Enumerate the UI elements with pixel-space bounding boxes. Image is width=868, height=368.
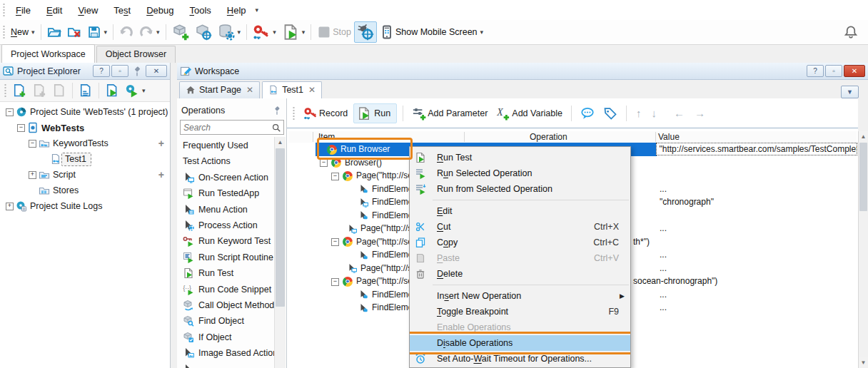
operation-item-run-code-snippet[interactable]: {··}Run Code Snippet — [183, 282, 275, 297]
value-cell[interactable]: "chronograph" — [660, 195, 714, 209]
add-label-button[interactable] — [600, 104, 620, 123]
operation-item-run-testedapp[interactable]: Run TestedApp — [183, 185, 275, 201]
close-tab-icon[interactable]: ✕ — [308, 85, 316, 95]
operation-item-find-object[interactable]: Find Object — [183, 313, 275, 329]
menu-item-copy[interactable]: CopyCtrl+C — [410, 235, 630, 250]
operation-item-call-object-method[interactable]: Call Object Method — [183, 297, 275, 313]
undo-button[interactable] — [116, 23, 136, 41]
operation-item-run-test[interactable]: Run Test — [183, 265, 275, 281]
run-project-suite-button[interactable]: ▾ — [122, 81, 148, 100]
operation-item-image-based-action[interactable]: Image Based Action — [183, 345, 275, 361]
add-comment-button[interactable] — [577, 104, 597, 123]
menu-item-delete[interactable]: Delete — [410, 266, 630, 282]
operations-scrollbar[interactable]: ▲ — [274, 137, 286, 368]
debug-mode-toggle[interactable] — [354, 21, 377, 43]
menu-test[interactable]: Test — [106, 5, 138, 16]
add-existing-project-button[interactable] — [29, 81, 49, 100]
add-new-item-button[interactable] — [169, 21, 192, 43]
save-button[interactable]: ▾ — [84, 23, 111, 41]
add-parameter-button[interactable]: Add Parameter — [409, 104, 490, 123]
doc-tab-start-page[interactable]: Start Page✕ — [179, 81, 260, 98]
run-button[interactable]: Run — [353, 103, 397, 123]
tree-node-test1[interactable]: Test1 — [0, 151, 170, 167]
menu-tools[interactable]: Tools — [182, 5, 219, 16]
workspace-restore-button[interactable]: ▫ — [825, 65, 842, 77]
editor-scroll-up-icon[interactable]: ▲ — [859, 131, 868, 142]
row-expander-icon[interactable]: − — [331, 278, 339, 286]
menu-item-edit[interactable]: Edit — [410, 203, 630, 219]
tree-expander-icon[interactable]: + — [6, 203, 14, 210]
pin-icon[interactable] — [131, 66, 143, 77]
menu-item-set-auto-wait-timeout-for-operations-[interactable]: Set Auto-Wait Timeout for Operations... — [410, 351, 630, 367]
help-button[interactable]: ? — [93, 65, 110, 77]
record-test-button[interactable]: ▾ — [250, 21, 279, 43]
item-cell[interactable]: Browser() — [345, 156, 382, 170]
value-cell[interactable]: "http://services.smartbear.com/samples/T… — [656, 143, 857, 155]
scroll-up-icon[interactable]: ▲ — [275, 137, 286, 148]
item-cell[interactable]: Page("http://se — [356, 169, 413, 183]
column-header-value[interactable]: Value — [658, 132, 680, 142]
tab-list-dropdown-button[interactable]: ▼ — [841, 86, 859, 98]
search-icon[interactable] — [271, 123, 281, 133]
value-cell[interactable]: ... — [660, 222, 667, 235]
value-cell[interactable]: ... — [660, 183, 667, 196]
menu-view[interactable]: View — [70, 5, 106, 16]
show-mobile-screen-button[interactable]: Show Mobile Screen▾ — [377, 23, 486, 41]
menu-item-run-selected-operation[interactable]: Run Selected Operation — [410, 165, 630, 181]
operations-scroll-thumb[interactable] — [276, 148, 285, 307]
add-item-plus-button[interactable]: + — [158, 138, 164, 149]
tab-project-workspace[interactable]: Project Workspace — [1, 44, 95, 63]
menu-item-run-from-selected-operation[interactable]: Run from Selected Operation — [410, 181, 630, 197]
menu-item-enable-operations[interactable]: Enable Operations — [410, 320, 630, 335]
menu-item-run-test[interactable]: Run Test — [410, 150, 630, 165]
item-cell[interactable]: Run Browser — [340, 143, 390, 156]
tree-node-stores[interactable]: Stores — [0, 183, 170, 198]
object-spy-button[interactable] — [192, 21, 215, 43]
operation-item-run-keyword-test[interactable]: Run Keyword Test — [183, 233, 275, 249]
operations-pin-icon[interactable] — [272, 106, 282, 116]
notifications-bell-icon[interactable] — [844, 25, 858, 39]
outdent-button[interactable]: ← — [670, 107, 688, 119]
toolbar-grip[interactable] — [2, 3, 6, 17]
editor-scrollbar[interactable]: ▲ ▼ — [858, 131, 868, 368]
operations-search-input[interactable] — [181, 121, 271, 134]
operation-item-partial[interactable] — [183, 362, 275, 368]
move-up-button[interactable]: ↑ — [632, 107, 645, 119]
move-down-button[interactable]: ↓ — [647, 107, 660, 119]
add-variable-button[interactable]: X Add Variable — [493, 104, 565, 123]
menu-file[interactable]: File — [8, 5, 39, 16]
item-cell[interactable]: Page("http://se — [356, 235, 413, 249]
run-test-toolbar-button[interactable]: ▾ — [279, 21, 308, 43]
workspace-close-button[interactable]: ✕ — [844, 65, 865, 77]
add-item-plus-button[interactable]: + — [158, 169, 164, 180]
tree-node-project-suite-webtests-1-project-[interactable]: −Project Suite 'WebTests' (1 project) — [0, 104, 170, 120]
operations-category[interactable]: Frequently Used — [183, 138, 275, 153]
operation-item-if-object[interactable]: If Object — [183, 329, 275, 345]
menu-edit[interactable]: Edit — [39, 5, 70, 16]
data-generator-button[interactable]: ▾ — [215, 21, 244, 43]
tree-node-webtests[interactable]: −WebTests — [0, 120, 170, 136]
menu-help[interactable]: Help — [219, 5, 254, 16]
column-header-item[interactable]: Item — [318, 132, 335, 142]
close-tab-icon[interactable]: ✕ — [246, 85, 253, 95]
organize-items-button[interactable] — [76, 81, 96, 100]
tree-expander-icon[interactable]: − — [29, 140, 36, 148]
menu-item-disable-operations[interactable]: Disable Operations — [410, 335, 630, 351]
operation-item-run-script-routine[interactable]: Run Script Routine — [183, 250, 275, 265]
row-expander-icon[interactable]: − — [331, 173, 339, 180]
row-expander-icon[interactable]: − — [320, 159, 328, 167]
run-project-button[interactable] — [102, 81, 122, 100]
import-project-button[interactable] — [49, 81, 69, 100]
row-expander-icon[interactable]: − — [331, 238, 339, 246]
workspace-help-button[interactable]: ? — [807, 65, 824, 77]
tab-object-browser[interactable]: Object Browser — [96, 46, 176, 63]
editor-scroll-down-icon[interactable]: ▼ — [859, 357, 868, 368]
redo-button[interactable]: ▾ — [136, 23, 163, 41]
menu-item-paste[interactable]: PasteCtrl+V — [410, 250, 630, 266]
tree-node-script[interactable]: +Script+ — [0, 167, 170, 183]
operation-item-menu-action[interactable]: Menu Action — [183, 202, 275, 218]
operation-item-on-screen-action[interactable]: On-Screen Action — [183, 170, 275, 185]
open-button[interactable] — [44, 23, 64, 41]
doc-tab-test1[interactable]: Test1✕ — [262, 81, 322, 98]
menu-item-insert-new-operation[interactable]: Insert New Operation▶ — [410, 288, 630, 304]
